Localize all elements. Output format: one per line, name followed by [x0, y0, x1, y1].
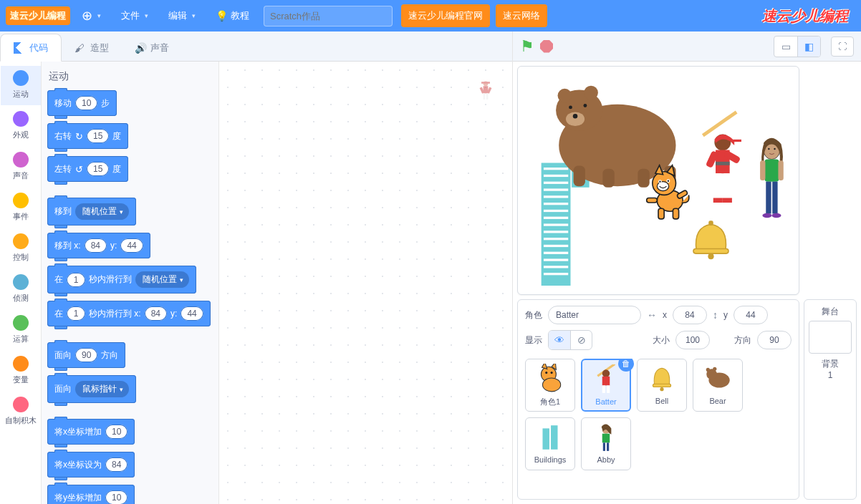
delete-sprite-icon[interactable]: 🗑: [618, 359, 634, 372]
xy-icon: ↔: [647, 309, 657, 321]
tutorials-button[interactable]: 教程: [207, 4, 258, 28]
sprite-name-input[interactable]: [548, 306, 641, 324]
category-外观[interactable]: 外观: [1, 107, 41, 146]
dropdown-goto[interactable]: 随机位置: [75, 203, 129, 220]
svg-rect-34: [602, 169, 614, 188]
tab-sounds[interactable]: 声音: [122, 34, 182, 61]
svg-point-41: [657, 182, 668, 191]
svg-rect-52: [733, 140, 741, 142]
show-button[interactable]: 👁: [549, 331, 570, 349]
input-steps[interactable]: 10: [75, 96, 97, 110]
input-dy[interactable]: 10: [105, 490, 128, 504]
svg-rect-49: [673, 208, 678, 219]
block-glide-xy[interactable]: 在 1 秒内滑行到 x: 84 y: 44: [47, 301, 211, 326]
edit-menu[interactable]: 编辑: [160, 4, 204, 28]
stage-thumbnail[interactable]: [809, 321, 852, 354]
input-x[interactable]: 84: [105, 457, 128, 472]
block-set-x[interactable]: 将x坐标设为 84: [47, 452, 135, 478]
sprite-tile-Buildings[interactable]: Buildings: [525, 417, 575, 470]
block-glide-to[interactable]: 在 1 秒内滑行到 随机位置: [47, 266, 196, 294]
input-y[interactable]: 44: [120, 238, 143, 253]
stage-panel[interactable]: 舞台 背景 1: [804, 299, 857, 500]
input-x[interactable]: 84: [145, 306, 167, 321]
stage-large-button[interactable]: ◧: [797, 37, 820, 57]
block-goto-xy[interactable]: 移到 x: 84 y: 44: [47, 233, 150, 258]
hide-button[interactable]: ⊘: [570, 331, 592, 349]
stage-small-button[interactable]: ▭: [774, 37, 797, 57]
svg-rect-83: [602, 385, 605, 393]
stage[interactable]: [517, 66, 799, 295]
workspace[interactable]: [219, 62, 512, 504]
brand-right: 速云少儿编程: [762, 6, 855, 26]
svg-rect-59: [723, 198, 732, 203]
input-dir[interactable]: 90: [75, 348, 97, 362]
block-goto[interactable]: 移到 随机位置: [47, 198, 136, 226]
svg-rect-22: [544, 266, 568, 268]
sprite-y-input[interactable]: [733, 306, 768, 324]
project-title-input[interactable]: [264, 6, 393, 26]
category-声音[interactable]: 声音: [1, 147, 41, 187]
block-change-x[interactable]: 将x坐标增加 10: [47, 419, 135, 445]
svg-rect-21: [544, 258, 568, 261]
menu-bar: 速云少儿编程 文件 编辑 教程 速云少儿编程官网 速云网络 速云少儿编程: [0, 0, 861, 32]
sprite-tile-Bear[interactable]: Bear: [693, 359, 743, 412]
input-x[interactable]: 84: [85, 238, 107, 253]
input-degrees[interactable]: 15: [87, 129, 109, 143]
green-flag-icon[interactable]: ⚑: [520, 37, 534, 56]
input-secs[interactable]: 1: [67, 273, 85, 287]
block-change-y[interactable]: 将y坐标增加 10: [47, 485, 135, 504]
block-move-steps[interactable]: 移动 10 步: [47, 90, 117, 116]
sprite-direction-input[interactable]: [757, 331, 792, 349]
language-menu[interactable]: [73, 2, 110, 29]
sprite-tile-Bell[interactable]: Bell: [637, 359, 687, 412]
t: y:: [110, 241, 117, 251]
svg-rect-91: [543, 428, 549, 449]
fullscreen-button[interactable]: ⛶: [831, 37, 854, 57]
tab-costumes[interactable]: 造型: [62, 34, 122, 61]
t: 将x坐标设为: [54, 459, 102, 471]
left-column: 代码 造型 声音 运动外观声音事件控制侦测运算变量自制积木 运动 移动 10 步…: [0, 32, 513, 504]
sprite-tile-角色1[interactable]: 角色1: [525, 359, 575, 412]
stop-icon[interactable]: [540, 40, 553, 53]
svg-rect-63: [708, 220, 713, 226]
category-运算[interactable]: 运算: [1, 311, 41, 350]
block-point-dir[interactable]: 面向 90 方向: [47, 342, 125, 368]
input-degrees[interactable]: 15: [87, 162, 109, 176]
input-y[interactable]: 44: [181, 306, 203, 321]
sprite-tile-label: Abby: [582, 455, 630, 464]
block-point-towards[interactable]: 面向 鼠标指针: [47, 375, 136, 403]
category-变量[interactable]: 变量: [1, 352, 41, 391]
svg-rect-61: [693, 249, 728, 254]
category-运动[interactable]: 运动: [1, 66, 41, 105]
tutorials-label: 教程: [231, 9, 249, 22]
sprite-tile-Batter[interactable]: 🗑Batter: [581, 359, 631, 412]
sprite-x-input[interactable]: [673, 306, 707, 324]
blocks-palette[interactable]: 运动 移动 10 步 右转 15 度 左转 15 度: [42, 62, 219, 504]
block-turn-right[interactable]: 右转 15 度: [47, 123, 128, 149]
tab-code[interactable]: 代码: [0, 34, 62, 62]
dropdown-point[interactable]: 鼠标指针: [75, 381, 129, 397]
svg-rect-92: [551, 425, 557, 450]
file-menu[interactable]: 文件: [112, 4, 157, 28]
editor-body: 运动外观声音事件控制侦测运算变量自制积木 运动 移动 10 步 右转 15 度 …: [0, 62, 512, 504]
svg-rect-58: [713, 198, 723, 203]
svg-point-78: [545, 372, 547, 374]
direction-label: 方向: [734, 334, 751, 346]
editor-tabs: 代码 造型 声音: [0, 32, 512, 62]
category-自制积木[interactable]: 自制积木: [1, 392, 41, 432]
category-侦测[interactable]: 侦测: [1, 270, 41, 309]
svg-rect-14: [544, 210, 568, 212]
block-turn-left[interactable]: 左转 15 度: [47, 156, 128, 182]
network-button[interactable]: 速云网络: [496, 4, 547, 27]
category-控制[interactable]: 控制: [1, 229, 41, 268]
sprite-size-input[interactable]: [675, 331, 710, 349]
dropdown-glide[interactable]: 随机位置: [135, 271, 189, 288]
sprite-tile-Abby[interactable]: Abby: [581, 417, 631, 470]
official-site-button[interactable]: 速云少儿编程官网: [401, 4, 490, 27]
input-dx[interactable]: 10: [105, 425, 128, 439]
input-secs[interactable]: 1: [67, 306, 85, 321]
palette-heading: 运动: [49, 70, 211, 83]
t: 步: [101, 97, 110, 110]
category-事件[interactable]: 事件: [1, 188, 41, 228]
svg-rect-94: [602, 434, 610, 443]
